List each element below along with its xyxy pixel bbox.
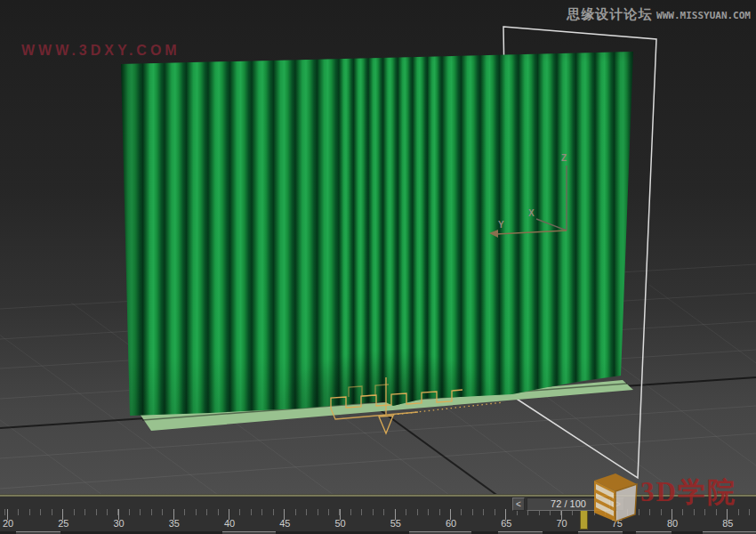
timeline-tick-label: 60 xyxy=(446,518,456,529)
down-arrow-icon xyxy=(379,416,393,433)
timeline-tick-label: 45 xyxy=(279,518,290,529)
watermark-missyuan-cn: 思缘设计论坛 xyxy=(567,6,653,21)
timeline-tick-label: 35 xyxy=(169,518,180,529)
timeline-tick-label: 40 xyxy=(224,518,235,529)
logo-3d-academy: 3D学院 xyxy=(585,466,756,523)
wave-gizmo-back-edge xyxy=(349,384,389,397)
timeline-tick-label: 20 xyxy=(3,518,13,529)
screenshot-stage: Z X Y WWW.3DXY.COM 思缘设计论坛 WWW.MISSYUAN.C… xyxy=(0,0,756,534)
timeline-tick-label: 30 xyxy=(113,518,124,529)
watermark-3dxy: WWW.3DXY.COM xyxy=(21,43,181,59)
axis-label-x: X xyxy=(528,208,535,218)
axis-label-z: Z xyxy=(561,153,567,163)
scene-gizmo-layer: Z X Y xyxy=(0,0,756,495)
timeline-tick-label: 55 xyxy=(390,518,401,529)
wave-gizmo-zigzag xyxy=(331,390,462,409)
wave-gizmo[interactable] xyxy=(331,377,503,433)
prev-frame-button[interactable]: < xyxy=(512,498,525,511)
y-axis-arrow-icon xyxy=(489,230,498,238)
timeline-tick-label: 70 xyxy=(556,518,567,529)
logo-text: 3D学院 xyxy=(640,473,736,511)
axis-tripod: Z X Y xyxy=(489,153,567,238)
logo-cube-icon xyxy=(585,466,640,523)
wave-gizmo-frame xyxy=(331,409,418,419)
viewport-3d[interactable]: Z X Y WWW.3DXY.COM 思缘设计论坛 WWW.MISSYUAN.C… xyxy=(0,0,756,495)
watermark-missyuan: 思缘设计论坛 WWW.MISSYUAN.COM xyxy=(567,6,751,23)
watermark-missyuan-url: WWW.MISSYUAN.COM xyxy=(656,10,751,21)
timeline-tick-label: 65 xyxy=(501,518,511,529)
timeline-tick-label: 25 xyxy=(58,518,68,529)
timeline-tick-label: 50 xyxy=(334,518,345,529)
axis-label-y: Y xyxy=(498,220,504,230)
